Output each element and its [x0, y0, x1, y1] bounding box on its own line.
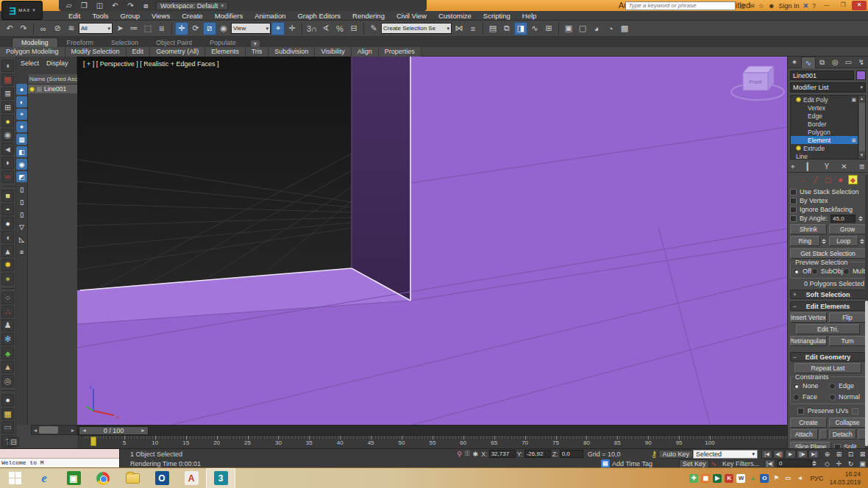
application-menu-button[interactable]: Ǝ MAX ▾ — [1, 1, 43, 20]
make-unique-icon[interactable]: Y — [824, 162, 829, 171]
shell-icon[interactable]: ◎ — [1, 375, 14, 387]
by-angle-checkbox[interactable] — [790, 215, 797, 222]
ring-button[interactable]: Ring — [790, 236, 820, 246]
constraint-edge-radio[interactable]: Edge — [829, 381, 863, 390]
explorer-display-cameras-icon[interactable]: ✦ — [16, 121, 27, 132]
teapot-icon[interactable]: ◖ — [1, 60, 14, 72]
ribbon-panel-elements[interactable]: Elements — [205, 47, 246, 57]
scroll-up-icon[interactable]: ▲ — [860, 96, 864, 102]
render-production-icon[interactable]: ◕ — [590, 22, 603, 35]
explorer-display-geometry-icon[interactable]: ● — [16, 84, 27, 95]
menu-tools[interactable]: Tools — [86, 11, 114, 21]
curve-editor-icon[interactable]: ∿ — [528, 22, 541, 35]
edit-elements-rollout-header[interactable]: − Edit Elements — [790, 301, 866, 311]
moon-icon[interactable]: ◗ — [1, 157, 14, 169]
current-frame-field[interactable] — [777, 459, 812, 467]
ignore-backfacing-checkbox[interactable]: Ignore Backfacing — [790, 205, 866, 214]
angle-value-field[interactable] — [830, 215, 855, 223]
teapot2-icon[interactable]: ◖ — [1, 231, 14, 243]
redo-icon[interactable]: ↷ — [125, 1, 136, 10]
maximize-viewport-icon[interactable]: ▣ — [857, 459, 868, 468]
tray-icon-4[interactable]: K — [725, 474, 733, 483]
shrink-button[interactable]: Shrink — [790, 224, 827, 234]
menu-help[interactable]: Help — [516, 11, 543, 21]
element-subobject-icon[interactable]: ◆ — [848, 175, 858, 184]
explorer-display-xrefs-icon[interactable]: ◩ — [16, 171, 27, 182]
edge-subobject-icon[interactable]: ╱ — [811, 175, 820, 184]
render-iterative-icon[interactable]: ◔ — [604, 22, 617, 35]
collapse-button[interactable]: Collapse — [829, 417, 866, 428]
configure-modifier-sets-icon[interactable]: ≣ — [859, 162, 865, 171]
tray-icon-2[interactable]: ▦ — [701, 474, 710, 483]
snowflake-icon[interactable]: ✻ — [1, 333, 14, 345]
selection-lock-icon[interactable]: ⚿ — [465, 450, 470, 458]
border-subobject-icon[interactable]: ▢ — [823, 175, 833, 184]
insert-vertex-button[interactable]: Insert Vertex — [790, 312, 827, 323]
use-pivot-center-icon[interactable]: ⌖ — [271, 22, 285, 35]
utilities-tab[interactable]: ↯ — [855, 57, 868, 68]
x-coordinate-field[interactable] — [489, 450, 516, 458]
explorer-display-shapes-icon[interactable]: ◐ — [16, 96, 27, 107]
render-region-icon[interactable]: ▩ — [618, 22, 631, 35]
ribbon-panel-polygon-modeling[interactable]: Polygon Modeling — [0, 47, 65, 57]
select-link-icon[interactable]: ∞ — [37, 22, 50, 35]
constraint-normal-radio[interactable]: Normal — [829, 392, 863, 401]
taskbar-ie-icon[interactable]: e — [29, 468, 59, 488]
key-mode-toggle[interactable]: |◀| — [764, 459, 775, 468]
exchange-apps-icon[interactable]: ✉ — [749, 2, 755, 10]
restore-button[interactable]: ❐ — [836, 1, 850, 10]
modifier-bulb-icon[interactable] — [796, 97, 801, 102]
loop-button[interactable]: Loop — [829, 236, 859, 246]
glasses-icon[interactable]: ∞ — [1, 171, 14, 183]
reference-coordinate-dropdown[interactable]: View▾ — [231, 23, 271, 34]
create-button[interactable]: Create — [790, 417, 827, 428]
next-frame-button[interactable]: ||▶ — [797, 450, 808, 459]
undo-icon[interactable]: ↶ — [110, 1, 121, 10]
time-slider-track[interactable]: ◄ 0 / 100 ► — [77, 425, 787, 435]
atoms-icon[interactable]: ∴ — [1, 306, 14, 318]
align-icon[interactable]: ≡ — [466, 22, 480, 35]
split-checkbox[interactable]: Split — [834, 442, 866, 448]
preserve-uvs-checkbox[interactable] — [797, 408, 804, 415]
stack-item-edit-poly[interactable]: Edit Poly▣ — [791, 96, 858, 104]
ribbon-panel-edit[interactable]: Edit — [127, 47, 151, 57]
detach-button[interactable]: Detach — [829, 429, 857, 439]
exchange-icon[interactable]: ✕ — [803, 2, 808, 10]
sign-in-link[interactable]: Sign In — [778, 2, 799, 10]
language-indicator[interactable]: РУС — [810, 475, 823, 482]
biped-icon[interactable]: ♟ — [1, 319, 14, 331]
ribbon-panel-geometry-all[interactable]: Geometry (All) — [150, 47, 205, 57]
zoom-extents-icon[interactable]: ⊡ — [845, 450, 856, 459]
material-map-icon[interactable]: ▦ — [1, 73, 14, 86]
object-color-swatch[interactable] — [856, 71, 866, 80]
soft-selection-rollout-header[interactable]: + Soft Selection — [790, 290, 866, 299]
geosphere-icon[interactable]: ● — [1, 273, 14, 285]
redo-icon[interactable]: ↷ — [17, 22, 30, 35]
macro-recorder-line[interactable] — [0, 449, 119, 459]
go-to-start-button[interactable]: |◀ — [761, 450, 772, 459]
favorites-star-icon[interactable]: ☆ — [758, 2, 764, 10]
previous-frame-button[interactable]: ◀|| — [773, 450, 784, 459]
taskbar-explorer-icon[interactable] — [118, 468, 147, 488]
ribbon-panel-subdivision[interactable]: Subdivision — [268, 47, 315, 57]
create-tab[interactable]: ✶ — [788, 57, 801, 68]
named-selection-sets-dropdown[interactable]: Create Selection Se▾ — [381, 23, 452, 34]
tray-icon-1[interactable]: ✚ — [689, 474, 698, 483]
ribbon-panel-align[interactable]: Align — [352, 47, 379, 57]
taskbar-autocad-icon[interactable]: A — [177, 468, 206, 488]
remove-modifier-icon[interactable]: ✕ — [841, 162, 847, 171]
stack-item-extrude[interactable]: Extrude — [791, 144, 858, 152]
explorer-display-lights-icon[interactable]: ⌖ — [16, 109, 27, 120]
turn-button[interactable]: Turn — [829, 336, 866, 346]
light-icon[interactable]: ● — [1, 115, 14, 127]
visibility-bulb-icon[interactable] — [29, 87, 35, 92]
list-icon[interactable]: ≣ — [1, 87, 14, 100]
menu-civil-view[interactable]: Civil View — [391, 11, 433, 21]
tray-volume-icon[interactable]: ◄ — [795, 474, 804, 483]
select-by-name-icon[interactable]: ≔ — [127, 22, 140, 35]
ribbon-tab-populate[interactable]: Populate — [201, 38, 245, 47]
modify-tab[interactable]: ∿ — [801, 57, 816, 68]
material-editor-icon[interactable]: ◨ — [514, 22, 527, 35]
grow-button[interactable]: Grow — [829, 224, 866, 234]
stack-item-edge[interactable]: Edge — [791, 112, 858, 120]
